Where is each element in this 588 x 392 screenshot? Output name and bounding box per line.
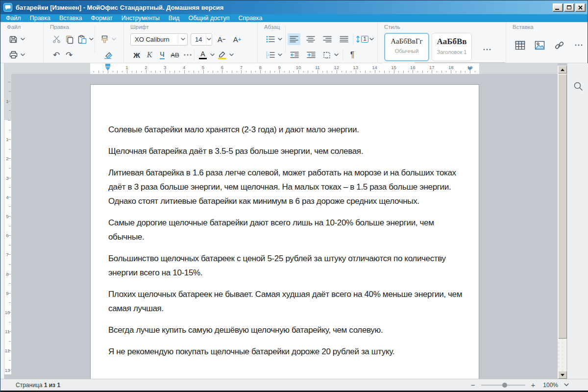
decrease-font-size-button[interactable]: А− bbox=[215, 32, 228, 46]
align-left-button[interactable] bbox=[288, 33, 300, 45]
divider bbox=[353, 34, 353, 45]
h-ruler-tick bbox=[170, 71, 170, 73]
paragraph[interactable]: Большинство щелочных батареек с ценой 5-… bbox=[108, 251, 469, 280]
increase-font-size-button[interactable]: А+ bbox=[231, 32, 244, 46]
menu-item-edit[interactable]: Правка bbox=[25, 14, 55, 22]
maximize-button[interactable] bbox=[564, 3, 574, 12]
font-color-dropdown-button[interactable] bbox=[209, 48, 216, 62]
undo-button[interactable]: ↶ bbox=[50, 48, 63, 62]
menu-item-file[interactable]: Файл bbox=[1, 14, 25, 22]
increase-font-letter: А bbox=[233, 35, 238, 44]
zoom-in-button[interactable]: + bbox=[531, 381, 536, 389]
paragraph-spacing-dropdown-button[interactable] bbox=[333, 48, 340, 62]
v-ruler-tick bbox=[9, 149, 11, 149]
more-insert-options-button[interactable] bbox=[572, 38, 585, 52]
chevron-down-icon bbox=[21, 53, 25, 56]
strikethrough-button[interactable]: АВ bbox=[169, 48, 181, 62]
insert-link-button[interactable] bbox=[553, 38, 565, 52]
decrease-indent-button[interactable] bbox=[288, 49, 301, 61]
bulleted-list-dropdown-button[interactable] bbox=[277, 32, 283, 46]
eraser-button[interactable] bbox=[101, 48, 114, 62]
menu-item-format[interactable]: Формат bbox=[86, 14, 117, 22]
h-ruler-tick bbox=[184, 70, 185, 74]
h-ruler-tick bbox=[179, 71, 180, 73]
divider bbox=[194, 49, 195, 60]
h-ruler-tick bbox=[213, 71, 213, 73]
h-ruler-tick bbox=[408, 71, 409, 73]
italic-button[interactable]: К bbox=[143, 48, 156, 62]
increase-indent-button[interactable] bbox=[305, 49, 318, 61]
h-ruler-number: 7 bbox=[240, 65, 243, 70]
h-ruler-tick bbox=[284, 71, 285, 73]
font-color-button[interactable]: А bbox=[196, 48, 209, 62]
insert-table-button[interactable] bbox=[514, 38, 526, 52]
paste-button[interactable] bbox=[75, 32, 88, 46]
scrollbar-thumb[interactable] bbox=[558, 74, 567, 339]
underline-button[interactable]: Ч bbox=[156, 48, 169, 62]
line-spacing-button[interactable]: 1 bbox=[356, 32, 368, 46]
first-line-indent-marker[interactable] bbox=[105, 64, 110, 67]
scroll-down-button[interactable] bbox=[558, 371, 567, 379]
font-size-dropdown[interactable] bbox=[206, 34, 212, 45]
font-size-select[interactable]: 14 bbox=[191, 33, 212, 46]
menu-item-share[interactable]: Общий доступ bbox=[184, 14, 234, 22]
chevron-down-icon bbox=[181, 38, 185, 41]
redo-button[interactable]: ↷ bbox=[63, 48, 75, 62]
zoom-value[interactable]: 100% bbox=[543, 382, 558, 389]
cut-button[interactable] bbox=[50, 32, 63, 46]
menu-item-tools[interactable]: Инструменты bbox=[117, 14, 164, 22]
print-button[interactable] bbox=[7, 48, 20, 62]
print-dropdown-button[interactable] bbox=[20, 48, 26, 62]
copy-button[interactable] bbox=[63, 32, 75, 46]
zoom-slider-knob[interactable] bbox=[502, 383, 507, 388]
scroll-up-button[interactable] bbox=[558, 66, 567, 74]
save-dropdown-button[interactable] bbox=[20, 32, 26, 46]
document-workspace: 12345678910111213141516171819 1123456789… bbox=[0, 63, 588, 379]
zoom-slider[interactable] bbox=[481, 383, 525, 388]
title-bar[interactable]: батарейки [Изменен] - МойОфис Стандартны… bbox=[0, 0, 588, 14]
style-tile-heading1[interactable]: АаБбВв Заголовок 1 bbox=[432, 33, 472, 61]
bulleted-list-button[interactable] bbox=[264, 32, 277, 46]
highlight-color-button[interactable] bbox=[216, 48, 228, 62]
menu-item-insert[interactable]: Вставка bbox=[55, 14, 86, 22]
document-page[interactable]: Солевые батарейки мало хранятся (2-3 год… bbox=[90, 84, 479, 379]
zoom-dropdown-chevron-icon[interactable] bbox=[564, 383, 569, 387]
h-ruler-tick bbox=[208, 71, 208, 73]
paste-dropdown-button[interactable] bbox=[88, 32, 95, 46]
line-spacing-dropdown-button[interactable] bbox=[368, 32, 375, 46]
paragraph[interactable]: Самые дорогие щелочные батарейки дают вс… bbox=[108, 216, 469, 244]
align-right-button[interactable] bbox=[321, 33, 334, 45]
paragraph[interactable]: Щелочная батарейка даёт в 3.5-5 раз боль… bbox=[108, 144, 469, 158]
paragraph[interactable]: Всегда лучше купить самую дешёвую щелочн… bbox=[108, 323, 469, 337]
save-button[interactable] bbox=[7, 32, 20, 46]
more-styles-button[interactable] bbox=[481, 43, 493, 56]
search-button[interactable] bbox=[571, 79, 586, 94]
zoom-out-button[interactable]: − bbox=[471, 381, 475, 389]
paragraph[interactable]: Солевые батарейки мало хранятся (2-3 год… bbox=[108, 122, 469, 137]
formatting-marks-button[interactable]: ¶ bbox=[346, 48, 359, 62]
numbered-list-dropdown-button[interactable] bbox=[277, 48, 283, 62]
h-ruler-tick bbox=[160, 71, 161, 73]
menu-item-help[interactable]: Справка bbox=[234, 14, 267, 22]
paragraph[interactable]: Плохих щелочных батареек не бывает. Сама… bbox=[108, 287, 469, 316]
paragraph[interactable]: Я не рекомендую покупать щелочные батаре… bbox=[108, 344, 469, 359]
paragraph[interactable]: Литиевая батарейка в 1.6 раза легче соле… bbox=[108, 166, 469, 208]
font-family-select[interactable]: XO Caliburn bbox=[130, 33, 188, 46]
paragraph-spacing-button[interactable] bbox=[320, 48, 333, 62]
close-button[interactable] bbox=[575, 3, 586, 12]
format-painter-button[interactable] bbox=[98, 32, 111, 46]
font-family-dropdown[interactable] bbox=[178, 34, 187, 45]
vertical-scrollbar[interactable] bbox=[558, 66, 566, 379]
menu-item-view[interactable]: Вид bbox=[164, 14, 184, 22]
style-tile-normal[interactable]: АаБбВвГг Обычный bbox=[384, 33, 429, 61]
align-center-button[interactable] bbox=[304, 33, 317, 45]
insert-image-button[interactable] bbox=[533, 38, 546, 52]
numbered-list-button[interactable]: 1.1.12. bbox=[264, 48, 277, 62]
minimize-button[interactable] bbox=[553, 3, 563, 12]
highlight-color-dropdown-button[interactable] bbox=[228, 48, 235, 62]
format-painter-dropdown-button[interactable] bbox=[111, 32, 117, 46]
more-font-options-button[interactable] bbox=[181, 48, 194, 62]
align-justify-button[interactable] bbox=[338, 33, 350, 45]
bold-button[interactable]: Ж bbox=[130, 48, 143, 62]
h-ruler-tick bbox=[313, 71, 313, 73]
